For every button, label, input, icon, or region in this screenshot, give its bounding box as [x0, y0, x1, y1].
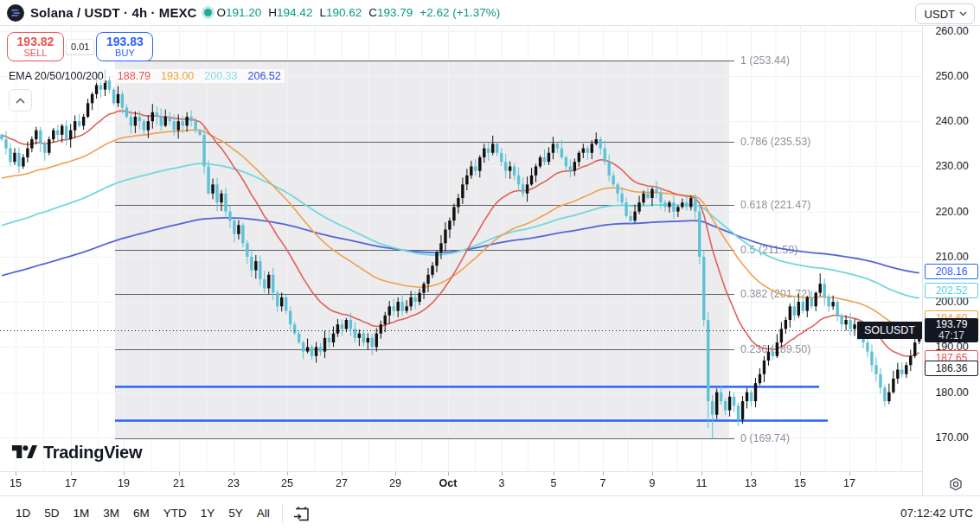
ohlc-pair: O191.20 — [217, 6, 262, 19]
time-axis-tick — [179, 472, 180, 476]
ema-value: 193.00 — [161, 70, 194, 82]
symbol-title-row[interactable]: Solana / USDT · 4h · MEXC — [0, 4, 197, 22]
time-axis-tick — [342, 472, 343, 476]
time-axis-tick — [71, 472, 72, 476]
time-axis-tick — [124, 472, 125, 476]
time-axis[interactable]: 1517192123252729Oct357911131517 — [0, 471, 922, 495]
time-axis-label: 29 — [389, 477, 401, 489]
range-button-1d[interactable]: 1D — [9, 502, 37, 524]
ohlc-values: O191.20H194.42L190.62C193.79+2.62 (+1.37… — [217, 6, 501, 19]
time-axis-label: 27 — [336, 477, 348, 489]
time-axis-tick — [849, 472, 850, 476]
toolbar-divider — [282, 504, 283, 523]
range-button-ytd[interactable]: YTD — [157, 502, 194, 524]
bottom-toolbar: 1D5D1M3M6MYTD1Y5YAll 07:12:42 UTC — [0, 495, 980, 530]
price-axis-label: 180.00 — [923, 386, 980, 399]
price-axis-label: 210.00 — [923, 251, 980, 263]
price-axis-label: 170.00 — [923, 431, 980, 444]
trade-widget: 193.82 SELL 0.01 193.83 BUY — [7, 32, 153, 61]
change-value: +2.62 (+1.37%) — [420, 6, 500, 19]
time-axis-tick — [16, 472, 16, 476]
candle-countdown: 47:17 — [925, 330, 978, 342]
buy-label: BUY — [97, 48, 152, 59]
tradingview-logo-icon — [11, 441, 37, 463]
ema-value: 188.79 — [118, 70, 151, 82]
time-axis-label: 17 — [65, 477, 77, 489]
time-axis-tick — [652, 472, 653, 476]
time-axis-tick — [603, 472, 604, 476]
time-axis-label: 5 — [551, 477, 557, 489]
time-axis-label: 15 — [10, 477, 22, 489]
price-axis-indicator-box: 208.16 — [925, 264, 978, 279]
price-axis-indicator-box: 186.36 — [925, 361, 978, 376]
time-axis-label: 15 — [794, 477, 806, 489]
tradingview-logo-text: TradingView — [43, 443, 142, 463]
time-axis-label: 23 — [227, 477, 240, 489]
range-button-5y[interactable]: 5Y — [221, 502, 250, 524]
sell-price: 193.82 — [8, 35, 63, 48]
time-axis-tick — [395, 472, 396, 476]
spread-value: 0.01 — [66, 39, 94, 54]
price-axis[interactable]: 193.79 47:17 260.00250.00240.00230.00220… — [922, 26, 980, 495]
time-axis-label: 7 — [600, 477, 606, 489]
time-axis-tick — [701, 472, 702, 476]
range-button-1y[interactable]: 1Y — [194, 502, 222, 524]
chevron-up-icon — [16, 98, 25, 104]
ohlc-pair: L190.62 — [319, 6, 362, 19]
time-axis-tick — [287, 472, 288, 476]
timezone-clock[interactable]: 07:12:42 UTC — [900, 507, 973, 520]
collapse-legend-button[interactable] — [9, 89, 32, 112]
price-axis-label: 250.00 — [923, 70, 980, 82]
ema-value: 206.52 — [248, 70, 281, 82]
time-axis-tick — [448, 472, 449, 476]
current-price-axis-box: 193.79 47:17 — [925, 318, 978, 342]
time-axis-tick — [502, 472, 503, 476]
market-status-dot — [204, 9, 212, 16]
price-axis-label: 230.00 — [923, 160, 980, 172]
sell-label: SELL — [8, 48, 63, 59]
calendar-goto-icon — [291, 503, 312, 524]
ema-legend-name[interactable]: EMA 20/50/100/200 — [7, 69, 106, 83]
go-to-date-button[interactable] — [291, 503, 312, 524]
price-axis-label: 240.00 — [923, 115, 980, 127]
time-axis-tick — [554, 472, 554, 476]
time-axis-tick — [751, 472, 752, 476]
time-axis-label: 13 — [745, 477, 757, 489]
time-axis-label: 25 — [281, 477, 293, 489]
ohlc-pair: H194.42 — [268, 6, 312, 19]
currency-dropdown-button[interactable]: USDT — [915, 3, 975, 24]
symbol-title[interactable]: Solana / USDT · 4h · MEXC — [30, 5, 197, 20]
price-chart-canvas[interactable] — [0, 26, 922, 471]
price-axis-label: 260.00 — [923, 25, 980, 37]
range-button-3m[interactable]: 3M — [96, 502, 126, 524]
tradingview-chart-app: Solana / USDT · 4h · MEXC O191.20H194.42… — [0, 0, 980, 530]
tradingview-logo[interactable]: TradingView — [11, 441, 142, 463]
price-axis-indicator-box: 202.52 — [925, 283, 978, 298]
current-price-value: 193.79 — [925, 319, 978, 330]
range-button-6m[interactable]: 6M — [126, 502, 157, 524]
currency-label: USDT — [925, 8, 955, 21]
date-range-buttons: 1D5D1M3M6MYTD1Y5YAll — [9, 502, 277, 524]
price-axis-label: 220.00 — [923, 206, 980, 218]
range-button-5d[interactable]: 5D — [37, 502, 66, 524]
range-button-1m[interactable]: 1M — [67, 502, 97, 524]
time-axis-tick — [234, 472, 234, 476]
chevron-down-icon — [959, 11, 967, 16]
time-axis-label: 11 — [696, 477, 708, 489]
time-axis-label: 9 — [650, 477, 656, 489]
time-axis-tick — [800, 472, 801, 476]
time-axis-label: 19 — [118, 477, 130, 489]
ema-legend-values: 188.79193.00200.33206.52 — [114, 69, 285, 83]
chart-header: Solana / USDT · 4h · MEXC O191.20H194.42… — [0, 0, 980, 26]
range-button-all[interactable]: All — [250, 502, 277, 524]
chart-plot-area[interactable]: 193.82 SELL 0.01 193.83 BUY EMA 20/50/10… — [0, 26, 922, 471]
buy-button[interactable]: 193.83 BUY — [96, 32, 153, 61]
settings-hexagon-icon[interactable] — [947, 476, 964, 494]
ema-value: 200.33 — [204, 70, 237, 82]
sell-button[interactable]: 193.82 SELL — [7, 32, 64, 61]
time-axis-label: 17 — [843, 477, 855, 489]
current-price-symbol-flag[interactable]: SOLUSDT — [857, 322, 922, 339]
ema-indicator-legend[interactable]: EMA 20/50/100/200 188.79193.00200.33206.… — [7, 69, 285, 83]
buy-price: 193.83 — [97, 35, 152, 48]
solana-logo-icon — [7, 4, 24, 22]
